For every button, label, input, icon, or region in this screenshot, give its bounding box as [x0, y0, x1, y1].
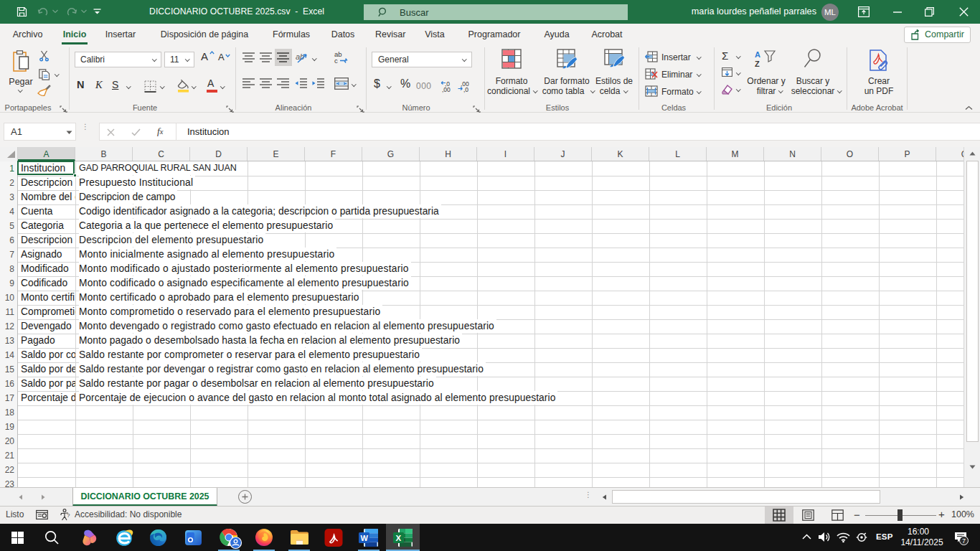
svg-text:?: ?: [67, 512, 70, 519]
svg-text:,0: ,0: [463, 86, 468, 93]
svg-text:X: X: [395, 534, 401, 542]
svg-text:Z: Z: [755, 60, 760, 68]
svg-text:W: W: [361, 534, 369, 542]
svg-text:A: A: [755, 50, 760, 59]
svg-text:c: c: [334, 57, 338, 65]
svg-text:,00: ,00: [442, 86, 451, 93]
